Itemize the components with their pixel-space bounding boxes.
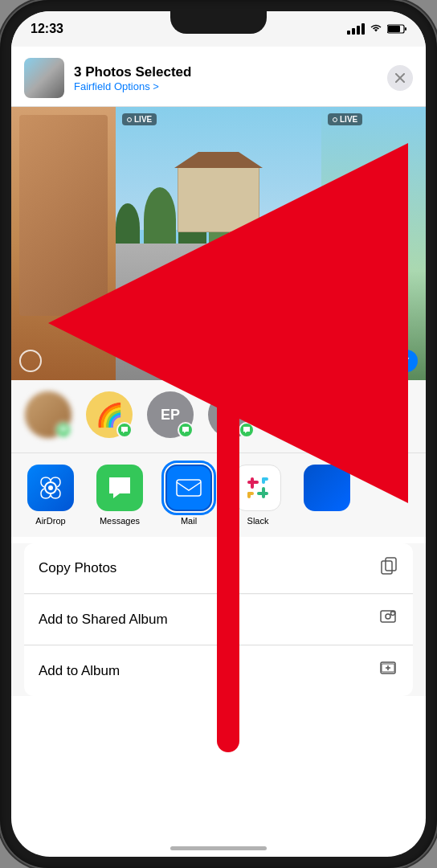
share-info: 3 Photos Selected Fairfield Options >: [74, 64, 378, 92]
photo-right-bg: [321, 107, 426, 380]
app-item-airdrop[interactable]: AirDrop: [24, 465, 77, 526]
home-indicator: [170, 846, 267, 850]
share-subtitle: Fairfield Options >: [74, 80, 378, 92]
message-badge-1: [55, 422, 71, 438]
message-icon-small-last: [304, 426, 312, 434]
contact-avatar-rainbow: 🌈: [86, 391, 133, 438]
message-badge-last: [300, 422, 316, 438]
action-copy-photos[interactable]: Copy Photos: [24, 543, 413, 594]
door-detail: [19, 115, 108, 316]
share-options[interactable]: Options >: [114, 80, 159, 92]
photo-right: LIVE ✓: [321, 107, 426, 380]
share-header: 3 Photos Selected Fairfield Options >: [11, 47, 426, 107]
slack-icon: [235, 465, 281, 511]
wifi-icon: [370, 24, 382, 34]
partial-app-icon: [304, 465, 350, 511]
svg-rect-17: [382, 561, 392, 574]
airdrop-svg: [37, 474, 64, 502]
content-area: 3 Photos Selected Fairfield Options >: [11, 47, 426, 857]
status-time: 12:33: [31, 22, 63, 36]
contact-item-last[interactable]: [268, 391, 317, 441]
contact-item-1[interactable]: [24, 391, 72, 441]
svg-point-6: [48, 485, 53, 490]
action-add-album[interactable]: Add to Album: [24, 646, 413, 696]
svg-point-19: [386, 614, 390, 619]
live-dot-right: [333, 117, 337, 122]
message-icon-small-ep: [182, 426, 190, 434]
selected-check-center: ✓: [291, 350, 313, 372]
svg-rect-2: [405, 27, 406, 31]
contact-item-jb[interactable]: JB: [207, 391, 255, 441]
share-title: 3 Photos Selected: [74, 64, 378, 80]
house-body: [178, 167, 259, 233]
photo-left: [11, 107, 116, 380]
airdrop-icon: [27, 465, 74, 511]
house-roof: [174, 152, 263, 168]
share-location: Fairfield: [74, 80, 111, 92]
app-item-messages[interactable]: Messages: [93, 465, 146, 526]
app-item-partial[interactable]: [300, 465, 353, 526]
contact-avatar-1: [25, 391, 71, 438]
add-album-icon-svg: [379, 659, 398, 678]
mail-svg: [175, 474, 202, 502]
svg-rect-7: [177, 480, 201, 496]
airdrop-label: AirDrop: [35, 516, 65, 526]
message-badge-jb: [239, 422, 255, 438]
phone-screen: 12:33: [11, 11, 426, 857]
messages-icon: [96, 465, 143, 511]
selected-check-right: ✓: [395, 350, 418, 372]
signal-bars: [347, 23, 365, 35]
mail-label: Mail: [181, 516, 197, 526]
shared-album-icon: [379, 608, 398, 632]
shared-album-label: Add to Shared Album: [39, 612, 168, 628]
photo-center-content: [116, 107, 321, 380]
svg-rect-13: [247, 492, 254, 495]
action-shared-album[interactable]: Add to Shared Album: [24, 595, 413, 645]
actions-list: Copy Photos Add to Shared Album: [11, 543, 426, 696]
battery-icon: [387, 24, 406, 34]
unselected-circle: [19, 350, 42, 372]
photo-center: LIVE ✓: [116, 107, 321, 380]
svg-rect-18: [381, 611, 395, 622]
svg-rect-11: [257, 492, 268, 495]
status-bar: 12:33: [11, 11, 426, 47]
svg-rect-15: [262, 477, 268, 481]
contact-avatar-jb: JB: [208, 391, 255, 438]
add-album-label: Add to Album: [39, 663, 120, 679]
svg-rect-1: [388, 26, 400, 32]
contact-item-ep[interactable]: EP: [146, 391, 194, 441]
apps-row: AirDrop Messages: [11, 453, 426, 537]
messages-svg: [106, 474, 133, 502]
signal-bar-3: [357, 26, 360, 35]
copy-icon-svg: [379, 556, 398, 575]
signal-bar-4: [361, 23, 365, 35]
notch: [170, 11, 267, 34]
share-close-button[interactable]: [387, 65, 413, 91]
slack-svg: [244, 474, 272, 502]
message-badge-rainbow: [116, 422, 133, 438]
app-item-slack[interactable]: Slack: [231, 465, 284, 526]
contact-avatar-ep: EP: [147, 391, 194, 438]
copy-photos-label: Copy Photos: [39, 560, 116, 576]
contacts-row: 🌈 EP: [11, 380, 426, 453]
share-thumbnail: [24, 58, 64, 98]
messages-label: Messages: [100, 516, 140, 526]
phone-frame: 12:33: [0, 0, 437, 868]
ep-initials: EP: [161, 407, 180, 424]
svg-rect-9: [247, 481, 259, 484]
app-item-mail[interactable]: Mail: [162, 465, 215, 526]
contact-item-rainbow[interactable]: 🌈: [85, 391, 133, 441]
signal-bar-2: [352, 28, 355, 35]
signal-bar-1: [347, 31, 350, 35]
message-badge-ep: [178, 422, 194, 438]
shared-album-icon-svg: [379, 608, 398, 627]
add-album-icon: [379, 659, 398, 683]
message-icon-small-r: [120, 426, 129, 434]
message-icon-small-jb: [243, 426, 251, 434]
live-text-right: LIVE: [340, 115, 357, 124]
message-icon-small-1: [59, 426, 67, 434]
thumb-sketch: [24, 58, 64, 98]
jb-initials: JB: [222, 407, 240, 424]
mail-icon: [165, 465, 212, 511]
svg-rect-16: [386, 558, 396, 571]
